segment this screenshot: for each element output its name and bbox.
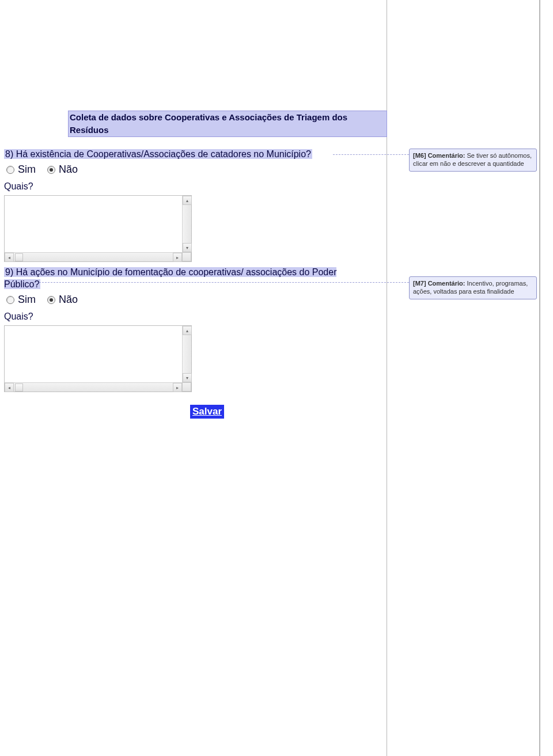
- q9-textarea-inner[interactable]: [5, 326, 183, 382]
- scroll-up-icon[interactable]: ▴: [183, 326, 192, 335]
- q9-label-sim: Sim: [18, 294, 36, 306]
- q8-scrollbar-vertical[interactable]: ▴ ▾: [182, 196, 191, 252]
- question-9: 9) Há ações no Município de fomentação d…: [4, 266, 373, 392]
- scroll-corner: [182, 252, 191, 261]
- question-8-options: Sim Não: [6, 164, 373, 176]
- q8-radio-sim[interactable]: [6, 166, 14, 174]
- q8-textarea-inner[interactable]: [5, 196, 183, 252]
- q9-quais-label: Quais?: [4, 311, 373, 322]
- scroll-right-icon[interactable]: ▸: [173, 253, 182, 262]
- q8-label-sim: Sim: [18, 164, 36, 176]
- scroll-right-icon[interactable]: ▸: [173, 383, 182, 392]
- q9-scrollbar-vertical[interactable]: ▴ ▾: [182, 326, 191, 382]
- save-button[interactable]: Salvar: [190, 405, 224, 419]
- comment-connector-m6: [333, 154, 409, 155]
- question-8-text: 8) Há existência de Cooperativas/Associa…: [4, 149, 312, 159]
- question-8: 8) Há existência de Cooperativas/Associa…: [4, 148, 373, 262]
- q8-label-nao: Não: [59, 164, 78, 176]
- scroll-left-icon[interactable]: ◂: [5, 383, 14, 392]
- comment-m7-tag: [M7] Comentário:: [413, 280, 467, 287]
- scroll-down-icon[interactable]: ▾: [183, 373, 192, 382]
- question-9-text: 9) Há ações no Município de fomentação d…: [4, 267, 336, 289]
- scroll-thumb[interactable]: [15, 383, 23, 392]
- scroll-corner: [182, 382, 191, 392]
- q8-quais-label: Quais?: [4, 181, 373, 192]
- comment-m7[interactable]: [M7] Comentário: Incentivo, programas, a…: [409, 276, 537, 299]
- scroll-up-icon[interactable]: ▴: [183, 196, 192, 205]
- section-title: Coleta de dados sobre Cooperativas e Ass…: [68, 111, 387, 137]
- q9-radio-sim[interactable]: [6, 296, 14, 304]
- question-9-options: Sim Não: [6, 294, 373, 306]
- scroll-down-icon[interactable]: ▾: [183, 243, 192, 252]
- comment-m6[interactable]: [M6] Comentário: Se tiver só autônomos, …: [409, 149, 537, 172]
- q9-radio-nao[interactable]: [47, 296, 55, 304]
- q8-scrollbar-horizontal[interactable]: ◂ ▸: [5, 252, 182, 261]
- q9-scrollbar-horizontal[interactable]: ◂ ▸: [5, 382, 182, 392]
- page-right-border: [539, 0, 540, 756]
- scroll-thumb[interactable]: [15, 253, 23, 261]
- comment-connector-m7: [39, 282, 409, 283]
- q8-radio-nao[interactable]: [47, 166, 55, 174]
- q9-label-nao: Não: [59, 294, 78, 306]
- q9-textarea[interactable]: ▴ ▾ ◂ ▸: [4, 325, 192, 392]
- q8-textarea[interactable]: ▴ ▾ ◂ ▸: [4, 195, 192, 262]
- scroll-left-icon[interactable]: ◂: [5, 253, 14, 262]
- comment-m6-tag: [M6] Comentário:: [413, 152, 467, 159]
- comments-pane: [387, 0, 553, 756]
